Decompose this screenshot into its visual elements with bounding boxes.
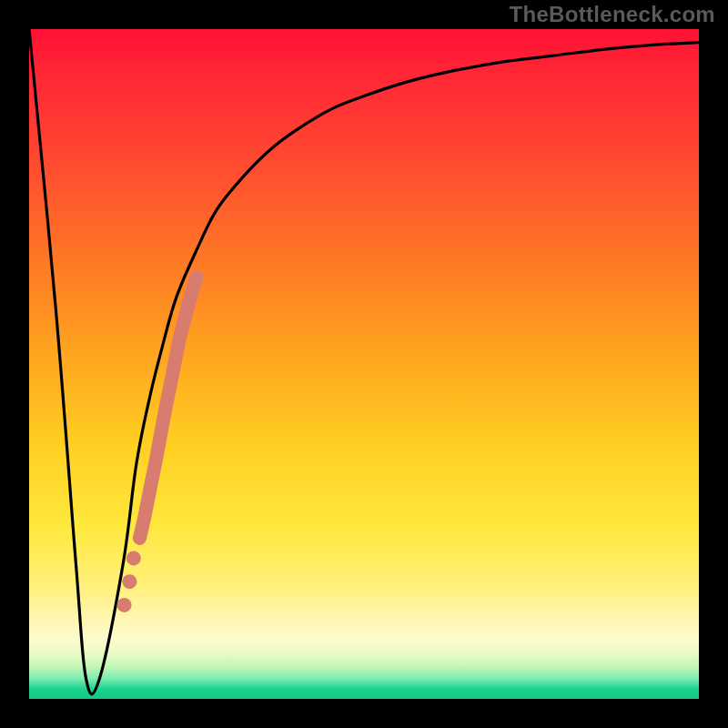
- svg-point-1: [122, 574, 136, 589]
- chart-frame: TheBottleneck.com: [0, 0, 728, 728]
- curve-svg: [29, 29, 699, 699]
- bottleneck-curve: [29, 29, 699, 694]
- plot-area: [29, 29, 699, 699]
- attribution-text: TheBottleneck.com: [510, 2, 715, 27]
- svg-point-2: [117, 598, 132, 612]
- svg-point-0: [126, 551, 141, 565]
